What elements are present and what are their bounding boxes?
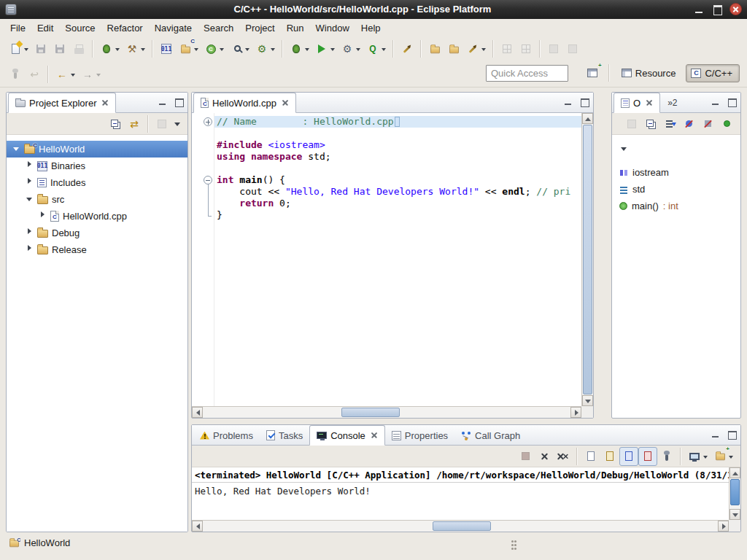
profile-button[interactable]: ⚙ [338,39,363,58]
collapse-all-button[interactable] [106,114,125,133]
expander-icon[interactable] [39,211,47,222]
sort-button[interactable] [660,114,679,133]
misc-tool-button[interactable] [544,39,563,58]
outline-item-main[interactable]: main() : int [616,198,739,214]
scroll-down-button[interactable] [729,509,740,520]
tab-call-graph[interactable]: Call Graph [454,426,527,445]
expander-icon[interactable] [26,228,34,239]
code-line-3[interactable]: #include <iostream> [217,139,581,151]
pin-editor-button[interactable] [6,65,25,84]
menu-run[interactable]: Run [281,20,310,36]
console-horizontal-scrollbar[interactable] [192,520,729,532]
view-menu-button[interactable] [171,114,183,133]
tab-project-explorer[interactable]: Project Explorer [8,93,116,113]
new-c-project-button[interactable]: C [176,39,201,58]
fold-expand-icon[interactable] [204,117,212,126]
editor-vertical-scrollbar[interactable] [581,113,593,406]
c-search-button[interactable] [227,39,252,58]
collapse-all-button[interactable] [641,114,660,133]
close-tab-icon[interactable] [282,100,289,106]
tab-outline[interactable]: O [614,93,660,113]
debug-as-button[interactable] [287,39,312,58]
fold-collapse-icon[interactable] [204,176,212,184]
menu-refactor[interactable]: Refactor [101,20,149,36]
tree-item-debug[interactable]: Debug [7,225,187,241]
outline-item-std[interactable]: std [616,181,739,198]
tree-item-binaries[interactable]: 011 Binaries [7,158,187,174]
open-element-button[interactable] [425,39,444,58]
new-wizard-button[interactable] [6,39,31,58]
hide-static-button[interactable] [698,114,717,133]
coverage-button[interactable]: Q [363,39,389,58]
outline-view-menu-icon[interactable] [621,147,627,154]
forward-button[interactable]: → [78,65,104,84]
build-config-button[interactable]: ⚙ [252,39,278,58]
open-perspective-button[interactable]: + [583,63,602,82]
outline-item-iostream[interactable]: iostream [616,164,739,181]
tab-problems[interactable]: Problems [193,426,260,445]
minimize-view-button[interactable] [157,96,169,108]
code-editor[interactable]: // Name : HelloWorld.cpp #include <iostr… [192,113,581,406]
display-console-button[interactable] [685,447,711,466]
close-view-icon[interactable] [646,100,653,106]
open-resource-button[interactable] [444,39,463,58]
maximize-view-button[interactable] [173,96,185,108]
expander-icon[interactable] [26,195,34,203]
close-view-icon[interactable] [371,432,378,439]
scrollbar-thumb[interactable] [583,125,592,394]
open-console-button[interactable]: + [711,447,736,466]
scroll-up-button[interactable] [729,467,740,478]
print-button[interactable] [69,39,88,58]
new-c-class-button[interactable]: C [201,39,227,58]
clear-console-button[interactable] [581,447,600,466]
code-line-5[interactable] [217,163,581,174]
scroll-right-button[interactable] [718,521,729,532]
hide-fields-button[interactable] [679,114,698,133]
menu-window[interactable]: Window [310,20,355,36]
console-output-area[interactable]: <terminated> HelloWorld [C/C++ Applicati… [192,467,729,520]
hidden-tabs-badge[interactable]: »2 [667,98,677,108]
remove-launch-button[interactable] [535,447,554,466]
external-tools-button[interactable] [463,39,489,58]
editor-horizontal-scrollbar[interactable] [192,406,581,418]
scroll-left-button[interactable] [192,407,203,418]
code-line-4[interactable]: using namespace std; [217,151,581,163]
scroll-up-button[interactable] [582,113,593,124]
debug-button[interactable] [97,39,123,58]
binary-button[interactable]: 011 [157,39,176,58]
tree-item-src[interactable]: src [7,191,187,208]
scroll-down-button[interactable] [582,395,593,406]
menu-help[interactable]: Help [355,20,387,36]
focus-button[interactable] [622,114,641,133]
tree-item-includes[interactable]: Includes [7,174,187,191]
toggle-grid-button[interactable] [498,39,516,58]
expander-icon[interactable] [26,244,34,256]
minimize-view-button[interactable] [710,96,721,108]
link-with-editor-button[interactable]: ⇄ [125,114,144,133]
perspective-resource-button[interactable]: Resource [616,64,684,82]
build-button[interactable]: ⚒ [123,39,148,58]
mark-occurrences-button[interactable] [398,39,417,58]
toggle-grid-alt-button[interactable] [516,39,535,58]
tab-tasks[interactable]: Tasks [260,426,309,445]
app-icon[interactable] [5,4,17,15]
tree-item-helloworld[interactable]: C HelloWorld [7,141,187,158]
expander-icon[interactable] [26,177,34,189]
tree-item-release[interactable]: Release [7,241,187,258]
quick-access-input[interactable] [486,65,568,82]
menu-file[interactable]: File [4,20,31,36]
expander-icon[interactable] [26,160,34,172]
tab-properties[interactable]: Properties [385,426,454,445]
code-line-6[interactable]: int main() { [217,174,581,186]
maximize-view-button[interactable] [726,429,738,440]
maximize-window-button[interactable] [711,3,724,15]
console-vertical-scrollbar[interactable] [729,467,740,520]
pin-console-button[interactable] [657,447,676,466]
run-button[interactable] [312,39,338,58]
misc-tool-alt-button[interactable] [563,39,582,58]
tree-item-helloworld-cpp[interactable]: C HelloWorld.cpp [7,208,187,225]
remove-all-launches-button[interactable] [554,447,573,466]
scroll-left-button[interactable] [192,521,203,532]
close-window-button[interactable] [729,3,742,15]
statusbar-grip[interactable] [511,540,514,542]
